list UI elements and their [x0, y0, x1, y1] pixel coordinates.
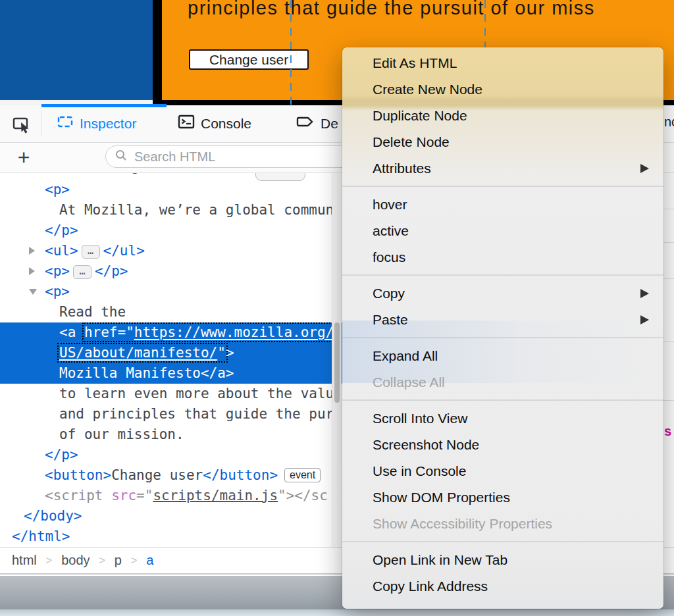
clipped-tab-label: nc [664, 115, 674, 130]
page-heading-text: principles that guide the pursuit of our… [188, 0, 595, 19]
markup-view: g <p> At Mozilla, we’re a global communi… [0, 173, 342, 547]
menu-separator [342, 399, 663, 401]
href-attribute[interactable]: href="https://www.mozilla.org/ [84, 324, 334, 340]
pick-element-icon[interactable] [12, 114, 33, 135]
href-url-line2: US/about/manifesto/ [59, 345, 217, 361]
href-attribute-wrap[interactable]: US/about/manifesto/" [59, 345, 226, 361]
breadcrumb-item-body[interactable]: body [61, 553, 90, 568]
tab-inspector[interactable]: Inspector [57, 105, 136, 141]
submenu-arrow-icon [640, 289, 649, 298]
event-badge[interactable]: event [284, 468, 321, 482]
tab-debugger[interactable]: De [296, 105, 338, 141]
markup-row[interactable]: </html> [0, 526, 342, 547]
ellipsis-badge[interactable]: … [82, 245, 100, 259]
add-node-button[interactable]: + [12, 144, 36, 170]
context-menu: Edit As HTML Create New Node Duplicate N… [342, 47, 663, 609]
menu-item-collapse-all[interactable]: Collapse All [342, 369, 663, 396]
chevron-right-icon: > [99, 555, 105, 567]
panel-divider [663, 242, 674, 243]
selected-node-row[interactable]: <a href="https://www.mozilla.org/ [0, 322, 342, 343]
menu-item-screenshot-node[interactable]: Screenshot Node [342, 432, 663, 458]
markup-row[interactable]: </p> [0, 220, 342, 241]
markup-row-ul[interactable]: <ul>…</ul> [0, 241, 342, 261]
menu-item-create-new-node[interactable]: Create New Node [342, 76, 663, 103]
menu-item-open-link-in-new-tab[interactable]: Open Link in New Tab [342, 547, 663, 573]
menu-item-paste[interactable]: Paste [342, 307, 663, 333]
menu-separator [342, 337, 663, 338]
toolbar-separator [41, 111, 41, 136]
debugger-icon [296, 113, 315, 134]
expand-arrow-icon[interactable] [29, 267, 35, 275]
clipped-row-fragment: g [131, 173, 140, 174]
menu-item-hover[interactable]: hover [342, 192, 663, 218]
markup-row[interactable]: At Mozilla, we’re a global communi [0, 200, 342, 220]
menu-item-copy[interactable]: Copy [342, 280, 663, 307]
tab-console[interactable]: Console [178, 105, 251, 141]
scrollbar-thumb[interactable] [334, 322, 340, 403]
markup-row[interactable]: to learn even more about the valu [0, 384, 342, 404]
markup-row-p-expanded[interactable]: <p> [0, 282, 342, 302]
markup-row[interactable]: and principles that guide the pur [0, 404, 342, 424]
ellipsis-badge[interactable]: … [73, 265, 91, 279]
menu-item-focus[interactable]: focus [342, 244, 663, 270]
menu-item-expand-all[interactable]: Expand All [342, 343, 663, 369]
layout-guide-line [290, 0, 292, 105]
menu-item-delete-node[interactable]: Delete Node [342, 129, 663, 155]
menu-item-attributes[interactable]: Attributes [342, 155, 663, 182]
markup-row[interactable]: <p> [0, 180, 342, 200]
menu-item-edit-as-html[interactable]: Edit As HTML [342, 50, 663, 76]
panel-divider [663, 142, 674, 143]
markup-row-p-collapsed[interactable]: <p>…</p> [0, 261, 342, 282]
tab-label: Inspector [80, 116, 136, 132]
tab-label: Console [201, 116, 251, 132]
menu-separator [342, 274, 663, 276]
menu-item-active[interactable]: active [342, 218, 663, 244]
panel-divider [663, 209, 674, 209]
menu-item-show-dom-properties[interactable]: Show DOM Properties [342, 484, 663, 511]
menu-item-copy-link-address[interactable]: Copy Link Address [342, 573, 663, 600]
window-bottom-edge [0, 609, 674, 616]
console-icon [178, 113, 195, 134]
breadcrumb-item-html[interactable]: html [12, 553, 37, 568]
breadcrumb-item-a[interactable]: a [146, 553, 153, 568]
right-panel-sliver: nc s [663, 105, 674, 547]
selected-node-row[interactable]: Mozilla Manifesto</a> [0, 363, 342, 384]
href-url-line1: https://www.mozilla.org/ [134, 324, 334, 340]
markup-scrollbar[interactable] [332, 173, 342, 547]
markup-row[interactable]: Read the [0, 302, 342, 322]
menu-separator [342, 541, 663, 542]
selected-node-row[interactable]: US/about/manifesto/"> [0, 343, 342, 363]
markup-row-script[interactable]: <script src="scripts/main.js"></sc [0, 486, 342, 506]
submenu-arrow-icon [640, 164, 649, 173]
menu-item-duplicate-node[interactable]: Duplicate Node [342, 103, 663, 129]
collapse-arrow-icon[interactable] [29, 289, 37, 295]
markup-row-button[interactable]: <button>Change user</button>event [0, 465, 342, 486]
panel-divider [663, 172, 674, 173]
panel-divider [663, 341, 674, 342]
markup-row[interactable]: of our mission. [0, 424, 342, 445]
panel-divider [663, 278, 674, 279]
magnifier-icon [115, 149, 128, 165]
menu-item-use-in-console[interactable]: Use in Console [342, 458, 663, 484]
chevron-right-icon: > [46, 555, 52, 567]
tab-label: De [321, 116, 338, 132]
page-blue-block [0, 0, 153, 100]
markup-row[interactable]: </p> [0, 445, 342, 465]
markup-row[interactable]: </body> [0, 506, 342, 526]
submenu-arrow-icon [640, 315, 649, 324]
menu-separator [342, 186, 663, 187]
orange-panel-border [153, 0, 162, 105]
menu-item-show-accessibility-properties[interactable]: Show Accessibility Properties [342, 511, 663, 537]
inspector-frame-icon [57, 113, 74, 134]
clipped-rule-selector: s [664, 424, 671, 439]
breadcrumb-item-p[interactable]: p [115, 553, 122, 568]
panel-divider [663, 400, 674, 401]
menu-item-scroll-into-view[interactable]: Scroll Into View [342, 405, 663, 432]
expand-arrow-icon[interactable] [29, 247, 35, 255]
chevron-right-icon: > [131, 555, 137, 567]
